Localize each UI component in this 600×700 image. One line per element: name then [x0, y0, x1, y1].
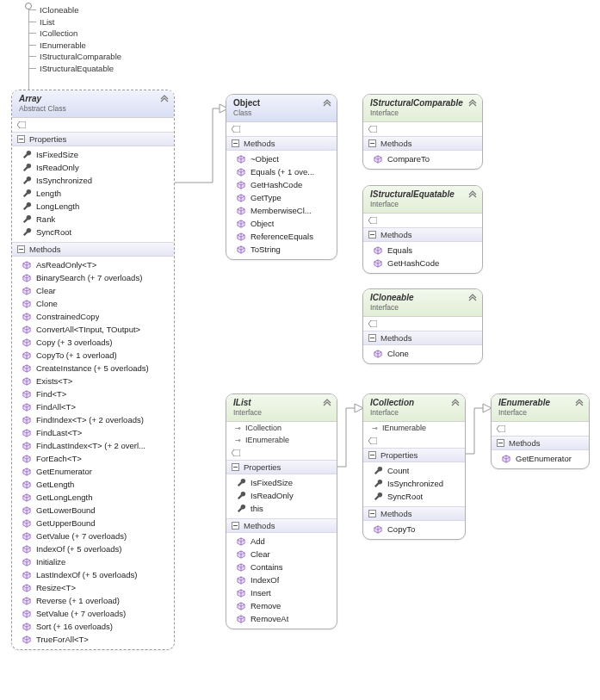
class-header[interactable]: Array Abstract Class	[12, 90, 174, 118]
method-item[interactable]: Copy (+ 3 overloads)	[12, 336, 174, 349]
method-item[interactable]: TrueForAll<T>	[12, 633, 174, 646]
class-header[interactable]: ICloneable Interface	[363, 289, 482, 317]
section-methods-header[interactable]: Methods	[363, 136, 482, 151]
property-item[interactable]: IsSynchronized	[363, 477, 465, 490]
class-header[interactable]: ICollection Interface	[363, 394, 465, 422]
class-header[interactable]: IList Interface	[226, 394, 337, 422]
method-item[interactable]: GetLength	[12, 478, 174, 491]
class-header[interactable]: IStructuralEquatable Interface	[363, 186, 482, 214]
interface-istructuralequatable[interactable]: IStructuralEquatable Interface Methods E…	[362, 185, 483, 274]
method-item[interactable]: Clone	[363, 347, 482, 360]
method-item[interactable]: GetType	[226, 191, 337, 204]
section-methods-header[interactable]: Methods	[226, 518, 337, 533]
method-item[interactable]: Find<T>	[12, 387, 174, 400]
section-methods-header[interactable]: Methods	[492, 436, 589, 450]
interface-icollection[interactable]: ICollection Interface ⊸IEnumerable Prope…	[362, 393, 466, 540]
method-item[interactable]: Add	[226, 535, 337, 548]
method-item[interactable]: Object	[226, 217, 337, 230]
method-item[interactable]: GetEnumerator	[492, 452, 589, 465]
class-header[interactable]: IEnumerable Interface	[492, 394, 589, 422]
method-item[interactable]: Clear	[226, 548, 337, 561]
method-item[interactable]: ToString	[226, 243, 337, 256]
method-item[interactable]: FindIndex<T> (+ 2 overloads)	[12, 413, 174, 426]
method-item[interactable]: Equals	[363, 244, 482, 257]
property-item[interactable]: LongLength	[12, 200, 174, 213]
property-item[interactable]: IsFixedSize	[12, 148, 174, 161]
method-item[interactable]: Initialize	[12, 555, 174, 568]
chevron-up-icon[interactable]	[322, 99, 332, 109]
method-item[interactable]: GetValue (+ 7 overloads)	[12, 530, 174, 542]
chevron-up-icon[interactable]	[467, 190, 478, 201]
method-item[interactable]: GetEnumerator	[12, 465, 174, 478]
chevron-up-icon[interactable]	[450, 399, 461, 409]
section-methods-header[interactable]: Methods	[12, 242, 174, 257]
method-item[interactable]: Equals (+ 1 ove...	[226, 165, 337, 178]
section-methods-header[interactable]: Methods	[363, 331, 482, 345]
section-methods-header[interactable]: Methods	[226, 136, 337, 151]
method-item[interactable]: SetValue (+ 7 overloads)	[12, 607, 174, 620]
interface-istructuralcomparable[interactable]: IStructuralComparable Interface Methods …	[362, 94, 483, 170]
method-item[interactable]: Contains	[226, 561, 337, 573]
section-properties-header[interactable]: Properties	[226, 460, 337, 474]
method-item[interactable]: Sort (+ 16 overloads)	[12, 620, 174, 633]
method-item[interactable]: CompareTo	[363, 152, 482, 165]
method-item[interactable]: AsReadOnly<T>	[12, 258, 174, 271]
method-item[interactable]: Exists<T>	[12, 375, 174, 387]
method-item[interactable]: ForEach<T>	[12, 452, 174, 465]
property-item[interactable]: SyncRoot	[363, 490, 465, 503]
section-properties-header[interactable]: Properties	[12, 132, 174, 146]
method-item[interactable]: CopyTo	[363, 523, 465, 536]
class-array[interactable]: Array Abstract Class Properties IsFixedS…	[11, 90, 175, 650]
property-item[interactable]: Length	[12, 187, 174, 200]
method-item[interactable]: IndexOf	[226, 573, 337, 586]
method-item[interactable]: GetLowerBound	[12, 504, 174, 517]
method-item[interactable]: Remove	[226, 599, 337, 612]
property-item[interactable]: Rank	[12, 213, 174, 226]
method-item[interactable]: Resize<T>	[12, 581, 174, 594]
method-item[interactable]: GetHashCode	[226, 178, 337, 191]
chevron-up-icon[interactable]	[467, 99, 478, 109]
chevron-up-icon[interactable]	[159, 95, 170, 105]
chevron-up-icon[interactable]	[574, 399, 585, 409]
method-item[interactable]: ConvertAll<TInput, TOutput>	[12, 323, 174, 336]
icollection-methods-list: CopyTo	[363, 521, 465, 539]
method-item[interactable]: ReferenceEquals	[226, 230, 337, 243]
class-object[interactable]: Object Class Methods ~ObjectEquals (+ 1 …	[226, 94, 337, 260]
section-properties-header[interactable]: Properties	[363, 448, 465, 462]
chevron-up-icon[interactable]	[467, 294, 478, 304]
property-item[interactable]: IsReadOnly	[226, 489, 337, 502]
method-item[interactable]: MemberwiseCl...	[226, 204, 337, 217]
interface-ilist[interactable]: IList Interface ⊸ICollection ⊸IEnumerabl…	[226, 393, 337, 629]
method-item[interactable]: FindLastIndex<T> (+ 2 overl...	[12, 439, 174, 452]
method-item[interactable]: Reverse (+ 1 overload)	[12, 594, 174, 607]
method-item[interactable]: IndexOf (+ 5 overloads)	[12, 542, 174, 555]
method-item[interactable]: CopyTo (+ 1 overload)	[12, 349, 174, 362]
method-item[interactable]: Clone	[12, 297, 174, 310]
class-header[interactable]: Object Class	[226, 95, 337, 122]
section-methods-header[interactable]: Methods	[363, 227, 482, 242]
chevron-up-icon[interactable]	[322, 399, 332, 409]
property-item[interactable]: IsReadOnly	[12, 161, 174, 174]
section-methods-header[interactable]: Methods	[363, 506, 465, 521]
property-item[interactable]: IsSynchronized	[12, 174, 174, 187]
method-item[interactable]: ConstrainedCopy	[12, 310, 174, 323]
method-item[interactable]: FindLast<T>	[12, 426, 174, 439]
method-item[interactable]: FindAll<T>	[12, 400, 174, 413]
method-item[interactable]: GetUpperBound	[12, 517, 174, 530]
method-item[interactable]: Insert	[226, 586, 337, 599]
method-item[interactable]: GetLongLength	[12, 491, 174, 504]
interface-ienumerable[interactable]: IEnumerable Interface Methods GetEnumera…	[491, 393, 590, 469]
class-header[interactable]: IStructuralComparable Interface	[363, 95, 482, 122]
method-item[interactable]: BinarySearch (+ 7 overloads)	[12, 271, 174, 284]
method-item[interactable]: GetHashCode	[363, 257, 482, 269]
interface-icloneable[interactable]: ICloneable Interface Methods Clone	[362, 288, 483, 364]
method-item[interactable]: RemoveAt	[226, 612, 337, 625]
method-item[interactable]: CreateInstance (+ 5 overloads)	[12, 362, 174, 375]
method-item[interactable]: Clear	[12, 284, 174, 297]
property-item[interactable]: IsFixedSize	[226, 476, 337, 489]
method-item[interactable]: ~Object	[226, 152, 337, 165]
property-item[interactable]: this	[226, 502, 337, 515]
property-item[interactable]: Count	[363, 464, 465, 477]
method-item[interactable]: LastIndexOf (+ 5 overloads)	[12, 568, 174, 581]
property-item[interactable]: SyncRoot	[12, 226, 174, 238]
